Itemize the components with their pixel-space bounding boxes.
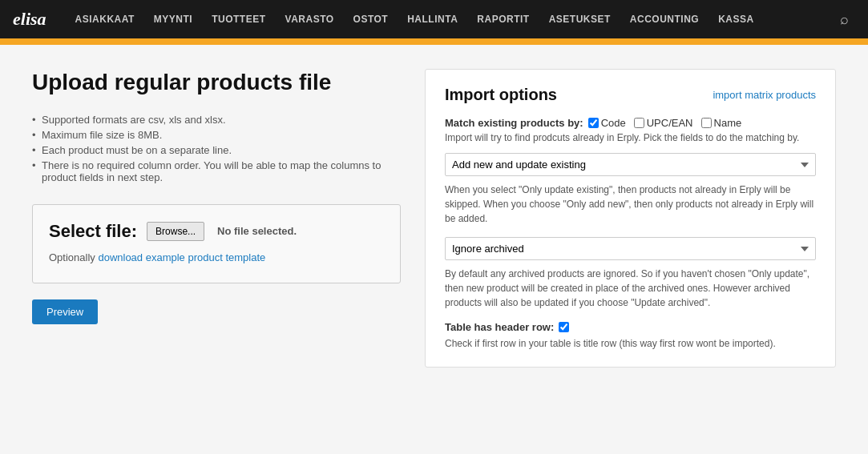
nav-item-hallinta[interactable]: HALLINTA bbox=[398, 0, 467, 38]
download-template-link[interactable]: download example product template bbox=[98, 251, 265, 263]
nav-item-tuotteet[interactable]: TUOTTEET bbox=[202, 0, 275, 38]
nav-item-kassa[interactable]: KASSA bbox=[709, 0, 764, 38]
match-label: Match existing products by: bbox=[445, 117, 583, 129]
match-hint: Import will try to find prodcuts already… bbox=[445, 132, 816, 143]
search-icon[interactable]: ⌕ bbox=[834, 11, 855, 28]
match-option-code[interactable]: Code bbox=[588, 117, 626, 129]
table-header-checkbox[interactable] bbox=[559, 322, 569, 332]
match-option-name[interactable]: Name bbox=[701, 117, 742, 129]
import-options-header: Import options import matrix products bbox=[445, 86, 816, 104]
optionally-text: Optionally bbox=[49, 251, 98, 263]
nav-item-varasto[interactable]: VARASTO bbox=[276, 0, 344, 38]
info-list: Supported formats are csv, xls and xlsx.… bbox=[32, 112, 401, 185]
dropdown1-desc: When you select "Only update existing", … bbox=[445, 183, 816, 226]
main-content: Upload regular products file Supported f… bbox=[0, 45, 868, 392]
navbar: elisa ASIAKKAATMYYNTITUOTTEETVARASTOOSTO… bbox=[0, 0, 868, 38]
info-list-item: Supported formats are csv, xls and xlsx. bbox=[32, 112, 401, 127]
preview-button[interactable]: Preview bbox=[32, 299, 98, 324]
table-header-desc: Check if first row in your table is titl… bbox=[445, 336, 816, 351]
file-select-label: Select file: Browse... No file selected. bbox=[49, 221, 384, 242]
file-select-box: Select file: Browse... No file selected.… bbox=[32, 204, 401, 283]
logo[interactable]: elisa bbox=[13, 9, 46, 30]
left-panel: Upload regular products file Supported f… bbox=[32, 69, 401, 368]
no-file-text: No file selected. bbox=[217, 225, 297, 237]
dropdown1-row: Add new and update existingOnly update e… bbox=[445, 153, 816, 176]
nav-item-ostot[interactable]: OSTOT bbox=[344, 0, 398, 38]
import-options-title: Import options bbox=[445, 86, 557, 104]
match-existing-row: Match existing products by: CodeUPC/EANN… bbox=[445, 117, 816, 129]
page-title: Upload regular products file bbox=[32, 69, 401, 96]
table-header-row: Table has header row: bbox=[445, 321, 816, 333]
optionally-row: Optionally download example product temp… bbox=[49, 251, 384, 263]
nav-item-myynti[interactable]: MYYNTI bbox=[144, 0, 202, 38]
nav-item-asetukset[interactable]: ASETUKSET bbox=[539, 0, 620, 38]
logo-text: elisa bbox=[13, 9, 46, 29]
match-option-upcean[interactable]: UPC/EAN bbox=[634, 117, 693, 129]
browse-button[interactable]: Browse... bbox=[147, 222, 204, 241]
file-select-text: Select file: bbox=[49, 221, 137, 242]
dropdown2-row: Ignore archivedUpdate archivedOnly add n… bbox=[445, 237, 816, 260]
info-list-item: Each product must be on a separate line. bbox=[32, 143, 401, 158]
nav-item-raportit[interactable]: RAPORTIT bbox=[467, 0, 539, 38]
table-header-label: Table has header row: bbox=[445, 321, 554, 333]
nav-items: ASIAKKAATMYYNTITUOTTEETVARASTOOSTOTHALLI… bbox=[66, 0, 834, 38]
archive-mode-select[interactable]: Ignore archivedUpdate archivedOnly add n… bbox=[445, 237, 816, 260]
nav-item-asiakkaat[interactable]: ASIAKKAAT bbox=[66, 0, 144, 38]
accent-bar bbox=[0, 38, 868, 45]
info-list-item: There is no required column order. You w… bbox=[32, 158, 401, 185]
dropdown2-desc: By default any archived products are ign… bbox=[445, 267, 816, 310]
match-checkbox-code[interactable] bbox=[588, 118, 599, 128]
match-checkbox-name[interactable] bbox=[701, 118, 712, 128]
update-mode-select[interactable]: Add new and update existingOnly update e… bbox=[445, 153, 816, 176]
info-list-item: Maximum file size is 8MB. bbox=[32, 127, 401, 143]
import-matrix-link[interactable]: import matrix products bbox=[713, 89, 816, 101]
nav-item-accounting[interactable]: ACCOUNTING bbox=[620, 0, 709, 38]
match-checkbox-upcean[interactable] bbox=[634, 118, 644, 128]
right-panel: Import options import matrix products Ma… bbox=[425, 69, 836, 368]
